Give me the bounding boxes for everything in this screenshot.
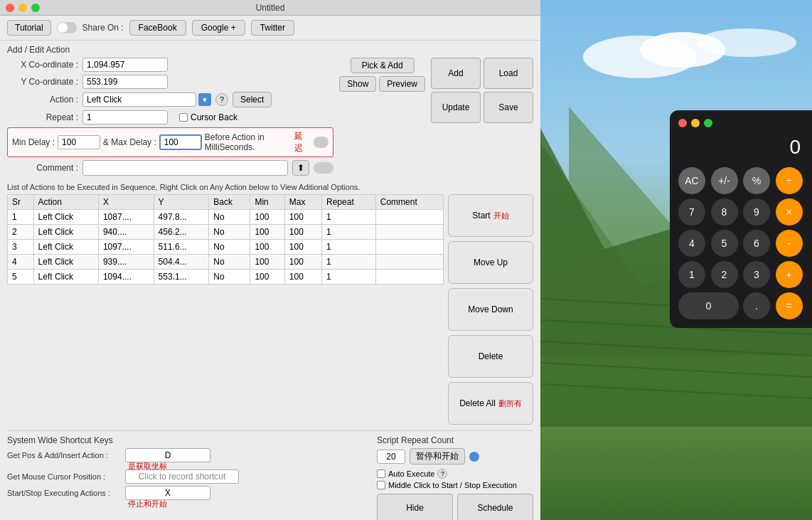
cell-comment bbox=[375, 225, 443, 240]
facebook-button[interactable]: FaceBook bbox=[129, 20, 186, 36]
calc-2-btn[interactable]: 2 bbox=[711, 261, 738, 288]
calculator-overlay: 0 AC +/- % ÷ 7 8 9 × 4 5 6 - 1 2 3 + 0 .… bbox=[670, 110, 812, 328]
show-button[interactable]: Show bbox=[339, 76, 376, 92]
pause-button[interactable]: 暂停和开始 bbox=[410, 448, 465, 465]
table-row[interactable]: 2Left Click940....456.2...No1001001 bbox=[8, 225, 444, 240]
calc-0-btn[interactable]: 0 bbox=[678, 292, 739, 319]
middle-click-checkbox[interactable] bbox=[377, 481, 385, 489]
comment-input[interactable] bbox=[82, 160, 288, 176]
cell-y: 511.6... bbox=[154, 240, 209, 255]
min-delay-label: Min Delay : bbox=[12, 137, 55, 147]
auto-execute-checkbox[interactable] bbox=[377, 469, 385, 478]
calc-sign-btn[interactable]: +/- bbox=[711, 167, 738, 194]
col-action: Action bbox=[33, 195, 98, 210]
save-button[interactable]: Save bbox=[484, 92, 533, 123]
left-content: Add / Edit Action X Co-ordinate : Y Co-o… bbox=[0, 41, 540, 519]
cell-y: 456.2... bbox=[154, 225, 209, 240]
comment-row: Comment : ⬆ bbox=[7, 160, 333, 176]
load-button[interactable]: Load bbox=[484, 58, 533, 89]
repeat-input[interactable] bbox=[82, 110, 168, 124]
get-cursor-input[interactable] bbox=[125, 469, 239, 484]
calc-9-btn[interactable]: 9 bbox=[743, 198, 770, 225]
col-back: Back bbox=[209, 195, 250, 210]
action-help-button[interactable]: ? bbox=[215, 93, 228, 106]
col-comment: Comment bbox=[375, 195, 443, 210]
calc-8-btn[interactable]: 8 bbox=[711, 198, 738, 225]
calc-6-btn[interactable]: 6 bbox=[743, 230, 770, 257]
max-delay-input[interactable] bbox=[159, 134, 202, 150]
calc-minus-btn[interactable]: - bbox=[776, 230, 803, 257]
calc-ac-btn[interactable]: AC bbox=[678, 167, 705, 194]
action-select[interactable]: Left Click Right Click Double Click bbox=[82, 92, 196, 107]
pick-add-button[interactable]: Pick & Add bbox=[351, 58, 415, 73]
delete-button[interactable]: Delete bbox=[448, 335, 533, 378]
table-row[interactable]: 4Left Click939....504.4...No1001001 bbox=[8, 255, 444, 270]
cursor-back-checkbox[interactable] bbox=[179, 113, 188, 122]
calc-1-btn[interactable]: 1 bbox=[678, 261, 705, 288]
x-input[interactable] bbox=[82, 58, 168, 72]
schedule-button[interactable]: Schedule bbox=[457, 494, 533, 520]
calc-4-btn[interactable]: 4 bbox=[678, 230, 705, 257]
calc-maximize-btn[interactable] bbox=[704, 119, 712, 127]
calc-3-btn[interactable]: 3 bbox=[743, 261, 770, 288]
hide-button[interactable]: Hide bbox=[377, 494, 453, 520]
delete-all-button[interactable]: Delete All 删所有 bbox=[448, 382, 533, 425]
table-row[interactable]: 3Left Click1097....511.6...No1001001 bbox=[8, 240, 444, 255]
start-button[interactable]: Start 开始 bbox=[448, 194, 533, 237]
repeat-label: Repeat : bbox=[7, 112, 78, 122]
script-title: Script Repeat Count bbox=[377, 435, 533, 445]
comment-toggle[interactable] bbox=[314, 162, 333, 174]
window-controls bbox=[6, 4, 40, 12]
calc-divide-btn[interactable]: ÷ bbox=[776, 167, 803, 194]
table-row[interactable]: 1Left Click1087....497.8...No1001001 bbox=[8, 210, 444, 225]
auto-execute-help[interactable]: ? bbox=[437, 469, 447, 479]
before-action-text: Before Action in MilliSeconds. bbox=[205, 132, 292, 152]
pause-label: 暂停和开始 bbox=[416, 451, 459, 461]
y-input[interactable] bbox=[82, 75, 168, 89]
minimize-button[interactable] bbox=[18, 4, 27, 12]
get-cursor-label: Get Mouse Cursor Position : bbox=[7, 472, 121, 481]
calc-percent-btn[interactable]: % bbox=[743, 167, 770, 194]
move-down-button[interactable]: Move Down bbox=[448, 288, 533, 331]
calc-close-btn[interactable] bbox=[678, 119, 687, 127]
tutorial-button[interactable]: Tutorial bbox=[7, 20, 51, 36]
move-up-button[interactable]: Move Up bbox=[448, 241, 533, 284]
action-table: Sr Action X Y Back Min Max Repeat Commen… bbox=[7, 194, 444, 285]
add-button[interactable]: Add bbox=[431, 58, 481, 89]
left-form: Add / Edit Action X Co-ordinate : Y Co-o… bbox=[7, 45, 333, 180]
calc-7-btn[interactable]: 7 bbox=[678, 198, 705, 225]
script-count-input[interactable] bbox=[377, 450, 405, 464]
calc-multiply-btn[interactable]: × bbox=[776, 198, 803, 225]
share-toggle[interactable] bbox=[57, 22, 77, 33]
title-bar: Untitled bbox=[0, 0, 540, 16]
cell-back: No bbox=[209, 225, 250, 240]
maximize-button[interactable] bbox=[31, 4, 40, 12]
get-pos-input[interactable] bbox=[125, 448, 210, 462]
delete-all-label: Delete All bbox=[459, 398, 496, 408]
twitter-button[interactable]: Twitter bbox=[251, 20, 294, 36]
cell-sr: 4 bbox=[8, 255, 34, 270]
comment-share-icon[interactable]: ⬆ bbox=[292, 160, 309, 176]
calc-plus-btn[interactable]: + bbox=[776, 261, 803, 288]
calc-5-btn[interactable]: 5 bbox=[711, 230, 738, 257]
preview-button[interactable]: Preview bbox=[379, 76, 425, 92]
auto-execute-row: Auto Execute ? bbox=[377, 469, 533, 479]
start-stop-input[interactable] bbox=[125, 486, 210, 500]
select-button[interactable]: Select bbox=[233, 92, 272, 107]
shortcut-panel: System Wide Shortcut Keys Get Pos & Add/… bbox=[7, 435, 370, 520]
calc-dot-btn[interactable]: . bbox=[743, 292, 770, 319]
toggle-knob bbox=[58, 23, 68, 33]
calc-minimize-btn[interactable] bbox=[691, 119, 700, 127]
cell-back: No bbox=[209, 270, 250, 285]
delay-toggle[interactable] bbox=[314, 137, 329, 148]
cell-comment bbox=[375, 270, 443, 285]
table-row[interactable]: 5Left Click1094....553.1...No1001001 bbox=[8, 270, 444, 285]
close-button[interactable] bbox=[6, 4, 14, 12]
mid-buttons: Pick & Add Show Preview bbox=[339, 45, 425, 180]
update-button[interactable]: Update bbox=[431, 92, 481, 123]
min-delay-input[interactable] bbox=[58, 135, 100, 149]
cell-comment bbox=[375, 255, 443, 270]
calc-equals-btn[interactable]: = bbox=[776, 292, 803, 319]
google-button[interactable]: Google + bbox=[192, 20, 245, 36]
cell-max: 100 bbox=[284, 240, 321, 255]
